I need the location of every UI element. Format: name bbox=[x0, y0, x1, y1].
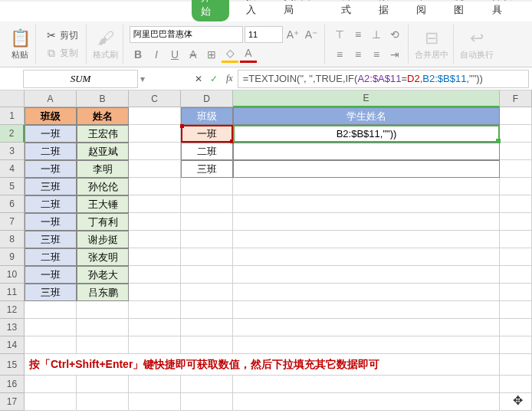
col-header-e[interactable]: E bbox=[233, 90, 500, 107]
cell-e3[interactable] bbox=[233, 143, 500, 160]
cell-f2[interactable] bbox=[500, 125, 532, 143]
cell-f4[interactable] bbox=[500, 160, 532, 178]
paste-icon[interactable]: 📋 bbox=[9, 28, 31, 49]
cell-b5[interactable]: 孙伦伦 bbox=[77, 178, 129, 195]
cut-button[interactable]: ✂剪切 bbox=[42, 28, 81, 44]
cell-a7[interactable]: 一班 bbox=[25, 213, 77, 231]
tab-view[interactable]: 视图 bbox=[452, 0, 475, 21]
cell-c4[interactable] bbox=[129, 160, 181, 178]
cell-b1[interactable]: 姓名 bbox=[77, 107, 129, 125]
indent-icon[interactable]: ⇥ bbox=[386, 46, 403, 63]
row-header[interactable]: 5 bbox=[0, 178, 25, 195]
row-header[interactable]: 9 bbox=[0, 248, 25, 266]
cell-b3[interactable]: 赵亚斌 bbox=[77, 143, 129, 160]
cell-a2[interactable]: 一班 bbox=[25, 125, 77, 143]
tab-data[interactable]: 数据 bbox=[377, 0, 399, 21]
orientation-icon[interactable]: ⟲ bbox=[386, 26, 403, 43]
col-header-d[interactable]: D bbox=[181, 90, 233, 107]
align-bottom-icon[interactable]: ⊥ bbox=[368, 26, 385, 43]
cell-a9[interactable]: 二班 bbox=[25, 248, 77, 266]
row-header[interactable]: 11 bbox=[0, 284, 25, 301]
strike-button[interactable]: A bbox=[185, 46, 202, 63]
row-header[interactable]: 4 bbox=[0, 160, 25, 178]
row-header[interactable]: 13 bbox=[0, 319, 25, 336]
row-header[interactable]: 15 bbox=[0, 354, 25, 376]
cell-a4[interactable]: 一班 bbox=[25, 160, 77, 178]
row-header[interactable]: 10 bbox=[0, 266, 25, 284]
cell-e1[interactable]: 学生姓名 bbox=[233, 107, 500, 125]
col-header-c[interactable]: C bbox=[129, 90, 181, 107]
cell-a5[interactable]: 三班 bbox=[25, 178, 77, 195]
font-size-select[interactable] bbox=[245, 26, 283, 43]
underline-button[interactable]: U bbox=[166, 46, 183, 63]
align-center-icon[interactable]: ≡ bbox=[350, 46, 366, 63]
cell-a3[interactable]: 二班 bbox=[25, 143, 77, 160]
cell-a11[interactable]: 三班 bbox=[25, 284, 77, 301]
row-header[interactable]: 6 bbox=[0, 195, 25, 213]
cell-b2[interactable]: 王宏伟 bbox=[77, 125, 129, 143]
tab-page-layout[interactable]: 页面布局 bbox=[282, 0, 323, 21]
wrap-icon[interactable]: ↩ bbox=[466, 28, 488, 49]
tab-insert[interactable]: 插入 bbox=[245, 0, 267, 21]
paste-label[interactable]: 粘贴 bbox=[11, 49, 28, 61]
cell-b7[interactable]: 丁有利 bbox=[77, 213, 129, 231]
bold-button[interactable]: B bbox=[130, 46, 146, 63]
row-header[interactable]: 3 bbox=[0, 143, 25, 160]
font-color-button[interactable]: A bbox=[240, 46, 257, 63]
cell-b11[interactable]: 吕东鹏 bbox=[77, 284, 129, 301]
align-right-icon[interactable]: ≡ bbox=[368, 46, 385, 63]
cell-a1[interactable]: 班级 bbox=[25, 107, 77, 125]
select-all-corner[interactable] bbox=[0, 90, 25, 107]
cell-c3[interactable] bbox=[129, 143, 181, 160]
cell-b8[interactable]: 谢步挺 bbox=[77, 231, 129, 248]
cell-b10[interactable]: 孙老大 bbox=[77, 266, 129, 284]
instruction-cell[interactable]: 按「Ctrl+Shift+Enter」键快捷即可获取数值，然后下拉填充其它数据即… bbox=[25, 354, 500, 376]
cell-d3[interactable]: 二班 bbox=[181, 143, 233, 160]
align-middle-icon[interactable]: ≡ bbox=[350, 26, 366, 43]
align-left-icon[interactable]: ≡ bbox=[331, 46, 348, 63]
tab-start[interactable]: 开始 bbox=[192, 0, 229, 21]
tab-dev[interactable]: 开发工具 bbox=[491, 0, 532, 21]
merge-icon[interactable]: ⊟ bbox=[421, 28, 442, 49]
cell-c1[interactable] bbox=[129, 107, 181, 125]
row-header[interactable]: 1 bbox=[0, 107, 25, 125]
font-name-select[interactable] bbox=[130, 26, 243, 43]
fx-icon[interactable]: fx bbox=[222, 73, 238, 84]
row-header[interactable]: 7 bbox=[0, 213, 25, 231]
row-header[interactable]: 2 bbox=[0, 125, 25, 143]
cell-f3[interactable] bbox=[500, 143, 532, 160]
copy-button[interactable]: ⧉复制 bbox=[42, 45, 81, 61]
cell-a10[interactable]: 一班 bbox=[25, 266, 77, 284]
namebox-dropdown-icon[interactable]: ▾ bbox=[140, 74, 145, 84]
formula-input[interactable]: =TEXTJOIN(", ",TRUE,IF(A2:$A$11=D2,B2:$B… bbox=[238, 70, 529, 88]
row-header[interactable]: 17 bbox=[0, 393, 25, 411]
format-painter-icon[interactable]: 🖌 bbox=[95, 28, 117, 49]
row-header[interactable]: 16 bbox=[0, 376, 25, 393]
italic-button[interactable]: I bbox=[148, 46, 165, 63]
row-header[interactable]: 8 bbox=[0, 231, 25, 248]
col-header-f[interactable]: F bbox=[500, 90, 532, 107]
cell-a6[interactable]: 二班 bbox=[25, 195, 77, 213]
align-top-icon[interactable]: ⊤ bbox=[331, 26, 348, 43]
cell-b4[interactable]: 李明 bbox=[77, 160, 129, 178]
cell-d4[interactable]: 三班 bbox=[181, 160, 233, 178]
cell-f1[interactable] bbox=[500, 107, 532, 125]
cell-c2[interactable] bbox=[129, 125, 181, 143]
name-box[interactable]: SUM bbox=[23, 70, 138, 88]
cell-b6[interactable]: 王大锤 bbox=[77, 195, 129, 213]
grow-font-icon[interactable]: A⁺ bbox=[284, 26, 301, 43]
col-header-b[interactable]: B bbox=[77, 90, 129, 107]
cell-a8[interactable]: 三班 bbox=[25, 231, 77, 248]
fill-color-button[interactable]: ◇ bbox=[222, 46, 238, 63]
accept-formula-icon[interactable]: ✓ bbox=[206, 74, 222, 84]
row-header[interactable]: 12 bbox=[0, 301, 25, 319]
cell-e4[interactable] bbox=[233, 160, 500, 178]
tab-review[interactable]: 审阅 bbox=[415, 0, 437, 21]
cell-d1[interactable]: 班级 bbox=[181, 107, 233, 125]
tab-formula[interactable]: 公式 bbox=[340, 0, 362, 21]
cell-e2[interactable]: B2:$B$11,"")) bbox=[233, 125, 500, 143]
cancel-formula-icon[interactable]: ✕ bbox=[191, 74, 206, 84]
cell-b9[interactable]: 张友明 bbox=[77, 248, 129, 266]
col-header-a[interactable]: A bbox=[25, 90, 77, 107]
row-header[interactable]: 14 bbox=[0, 336, 25, 354]
